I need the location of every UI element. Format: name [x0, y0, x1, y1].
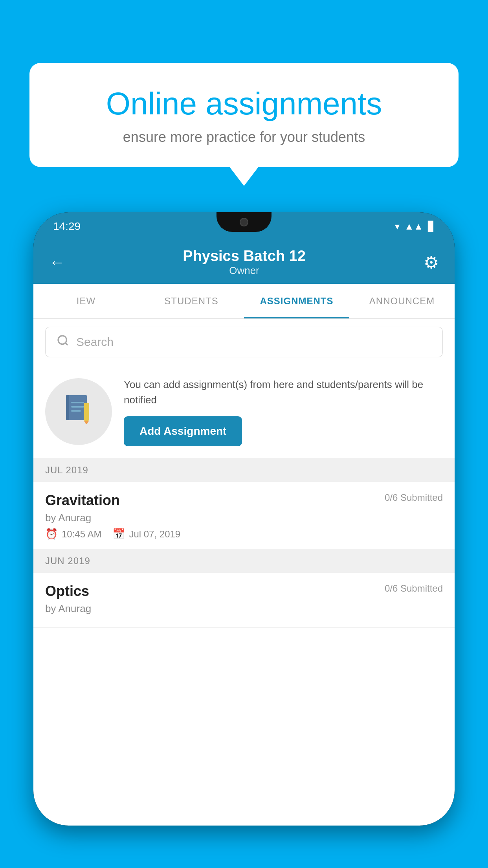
promo-description: You can add assignment(s) from here and … [124, 377, 443, 408]
date-meta: 📅 Jul 07, 2019 [112, 528, 180, 540]
section-header-jun: JUN 2019 [33, 549, 455, 573]
assignment-date: Jul 07, 2019 [129, 529, 180, 540]
phone-notch [216, 212, 272, 232]
battery-icon: ▊ [428, 221, 435, 232]
signal-icon: ▲▲ [404, 221, 423, 232]
calendar-icon: 📅 [112, 528, 125, 540]
phone-frame: 14:29 ▾ ▲▲ ▊ ← Physics Batch 12 Owner ⚙ … [33, 212, 455, 868]
assignment-item-gravitation[interactable]: Gravitation 0/6 Submitted by Anurag ⏰ 10… [33, 482, 455, 549]
svg-rect-5 [71, 406, 84, 407]
svg-rect-4 [71, 402, 84, 403]
svg-line-1 [65, 343, 68, 345]
wifi-icon: ▾ [395, 221, 400, 232]
batch-subtitle: Owner [183, 265, 306, 277]
svg-point-0 [58, 336, 66, 344]
add-assignment-button[interactable]: Add Assignment [124, 416, 242, 446]
status-time: 14:29 [53, 220, 81, 233]
svg-rect-7 [84, 403, 89, 420]
assignment-top-row-optics: Optics 0/6 Submitted [45, 583, 443, 600]
tab-students[interactable]: STUDENTS [139, 284, 244, 318]
back-button[interactable]: ← [49, 254, 65, 271]
assignment-meta: ⏰ 10:45 AM 📅 Jul 07, 2019 [45, 528, 443, 540]
assignment-by-optics: by Anurag [45, 603, 443, 615]
assignment-name: Gravitation [45, 492, 120, 509]
add-assignment-promo: You can add assignment(s) from here and … [33, 365, 455, 458]
assignment-item-optics[interactable]: Optics 0/6 Submitted by Anurag [33, 573, 455, 628]
front-camera [240, 218, 248, 226]
screen-content: IEW STUDENTS ASSIGNMENTS ANNOUNCEM [33, 284, 455, 826]
assignment-time: 10:45 AM [62, 529, 101, 540]
clock-icon: ⏰ [45, 528, 58, 540]
tab-assignments[interactable]: ASSIGNMENTS [244, 284, 349, 318]
search-bar[interactable]: Search [45, 327, 443, 357]
search-icon [57, 334, 69, 350]
app-header: ← Physics Batch 12 Owner ⚙ [33, 241, 455, 284]
notebook-icon [63, 392, 94, 431]
speech-bubble: Online assignments ensure more practice … [29, 63, 459, 167]
tab-announcements[interactable]: ANNOUNCEM [349, 284, 455, 318]
promo-right: You can add assignment(s) from here and … [124, 377, 443, 446]
section-header-jul: JUL 2019 [33, 458, 455, 482]
assignment-submitted-optics: 0/6 Submitted [385, 583, 443, 594]
promo-card: Online assignments ensure more practice … [29, 63, 459, 167]
header-center: Physics Batch 12 Owner [183, 248, 306, 277]
svg-rect-6 [71, 410, 81, 412]
promo-title: Online assignments [57, 86, 431, 121]
phone-body: 14:29 ▾ ▲▲ ▊ ← Physics Batch 12 Owner ⚙ … [33, 212, 455, 826]
time-meta: ⏰ 10:45 AM [45, 528, 101, 540]
assignment-name-optics: Optics [45, 583, 89, 600]
notebook-circle [45, 378, 112, 445]
search-container: Search [33, 319, 455, 365]
svg-marker-8 [84, 421, 89, 424]
assignment-by: by Anurag [45, 512, 443, 524]
status-icons: ▾ ▲▲ ▊ [395, 221, 435, 232]
svg-rect-3 [66, 395, 69, 420]
promo-subtitle: ensure more practice for your students [57, 129, 431, 145]
assignment-submitted: 0/6 Submitted [385, 492, 443, 503]
tabs-row: IEW STUDENTS ASSIGNMENTS ANNOUNCEM [33, 284, 455, 319]
batch-title: Physics Batch 12 [183, 248, 306, 265]
search-placeholder: Search [76, 335, 114, 349]
tab-iew[interactable]: IEW [33, 284, 139, 318]
assignment-top-row: Gravitation 0/6 Submitted [45, 492, 443, 509]
settings-button[interactable]: ⚙ [424, 252, 439, 272]
